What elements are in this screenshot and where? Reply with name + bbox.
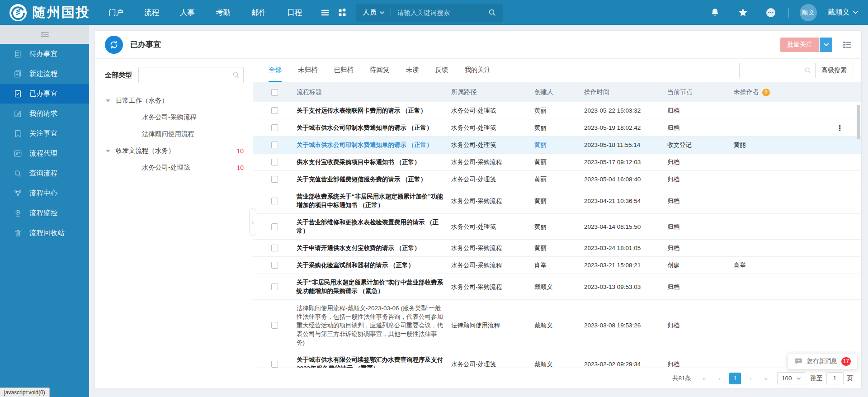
row-time: 2023-04-21 10:36:54 <box>584 197 667 205</box>
table-row[interactable]: 关于支付远传水表物联网卡费用的请示 （正常）水务公司-处理笺黄丽2023-05-… <box>253 102 861 119</box>
type-search-box <box>138 67 244 83</box>
row-checkbox[interactable] <box>271 124 278 131</box>
table-row[interactable]: 关于“非居民用水超定额累计加价”实行中营业部收费系统功能增加的采购请示 （紧急）… <box>253 274 861 300</box>
current-page-button[interactable]: 1 <box>729 373 741 384</box>
tab-feedback[interactable]: 反馈 <box>435 59 448 82</box>
apps-grid-icon[interactable] <box>335 6 349 19</box>
row-checkbox[interactable] <box>271 107 278 114</box>
chevron-down-icon <box>797 377 801 380</box>
batch-follow-button[interactable]: 批量关注 <box>780 38 819 52</box>
sidebar-item-delegate[interactable]: 流程代理 <box>0 143 89 163</box>
sidebar-item-recycle[interactable]: 流程回收站 <box>0 223 89 243</box>
sidebar-item-todo[interactable]: 待办事宜 <box>0 44 89 64</box>
row-checkbox[interactable] <box>271 159 278 165</box>
table-row[interactable]: 关于采购化验室试剂和器材的请示 （正常）水务公司-采购流程肖举2023-03-2… <box>253 257 861 274</box>
tree-node[interactable]: 水务公司-采购流程 <box>105 109 244 126</box>
caret-down-icon[interactable] <box>106 150 110 152</box>
message-toast[interactable]: 您有新消息 17 <box>788 353 858 369</box>
brand[interactable]: 随州国投 <box>9 4 90 22</box>
row-checkbox[interactable] <box>271 262 278 269</box>
row-checkbox[interactable] <box>271 284 278 290</box>
prev-page-button[interactable]: ‹ <box>714 373 726 384</box>
row-checkbox[interactable] <box>271 142 278 148</box>
row-title: 关于申请开通供水支付宝收费的请示 （正常） <box>297 244 451 252</box>
table-scrollbar-thumb[interactable] <box>857 105 860 139</box>
top-nav-item[interactable]: 日程 <box>287 8 302 18</box>
list-panel: 全部未归档已归档待回复未读反馈我的关注 高级搜索 流 <box>253 59 861 388</box>
table-row[interactable]: 供水支付宝收费采购项目中标通知书 （正常）水务公司-采购流程黄丽2023-05-… <box>253 154 861 171</box>
row-more-icon[interactable]: ⋮ <box>836 123 844 132</box>
row-node: 归档 <box>667 123 734 132</box>
row-time: 2023-03-08 19:53:26 <box>584 321 667 330</box>
last-page-button[interactable]: » <box>760 373 772 384</box>
tree-panel-collapse-handle[interactable]: ‹ <box>249 208 256 236</box>
first-page-button[interactable]: « <box>698 373 710 384</box>
row-node: 归档 <box>667 222 734 231</box>
advanced-search-button[interactable]: 高级搜索 <box>815 63 853 78</box>
row-creator: 肖举 <box>534 261 584 269</box>
row-checkbox[interactable] <box>271 223 278 230</box>
sidebar-item-my-requests[interactable]: 我的请求 <box>0 104 89 123</box>
tab-my-follow[interactable]: 我的关注 <box>465 59 491 82</box>
select-all-checkbox[interactable] <box>271 89 278 96</box>
table-row[interactable]: 关于城市供水公司印制水费通知单的请示 （正常）水务公司-处理笺黄丽2023-05… <box>253 119 861 137</box>
sidebar-collapse-toggle[interactable] <box>0 25 89 44</box>
sidebar-item-search-flow[interactable]: 查询流程 <box>0 163 89 183</box>
next-page-button[interactable]: › <box>745 373 756 384</box>
row-checkbox[interactable] <box>271 198 278 204</box>
tree-node-label: 收发文流程（水务） <box>116 147 175 155</box>
tree-node[interactable]: 收发文流程（水务）10 <box>105 142 244 159</box>
avatar[interactable]: 顺义 <box>800 4 817 21</box>
row-time: 2023-05-18 11:55:14 <box>584 141 667 149</box>
table-row[interactable]: 关于营业部维修和更换水表检验装置费用的请示 （正常）水务公司-处理笺黄丽2023… <box>253 214 861 240</box>
table-row[interactable]: 法律顾问使用流程-戴顺义-2023-03-06 (服务类型:一般性法律事务，包括… <box>253 300 861 351</box>
row-checkbox[interactable] <box>271 322 278 329</box>
page-size-select[interactable]: 100 <box>777 372 805 384</box>
table-row[interactable]: 营业部收费系统关于“非居民用水超定额累计加价”功能增加的项目中标通知书 （正常）… <box>253 188 861 214</box>
batch-follow-dropdown[interactable] <box>820 38 832 52</box>
chevron-down-icon <box>853 11 858 14</box>
top-nav-item[interactable]: 考勤 <box>216 8 231 18</box>
sidebar-item-label: 新建流程 <box>29 69 57 79</box>
tree-node[interactable]: 法律顾问使用流程 <box>105 126 244 142</box>
tab-archived[interactable]: 已归档 <box>334 59 354 82</box>
top-nav-item[interactable]: 门户 <box>108 8 123 18</box>
sidebar-item-followed[interactable]: 关注事宜 <box>0 123 89 143</box>
jump-page-input[interactable] <box>826 372 844 384</box>
tab-unread[interactable]: 未读 <box>406 59 419 82</box>
sidebar-item-done[interactable]: 已办事宜 <box>0 84 89 104</box>
bell-icon[interactable] <box>708 6 722 19</box>
type-search-input[interactable] <box>138 67 244 83</box>
row-path: 水务公司-处理笺 <box>451 141 534 149</box>
sidebar-item-new-flow[interactable]: 新建流程 <box>0 64 89 84</box>
top-nav-item[interactable]: 邮件 <box>251 8 266 18</box>
row-check-cell <box>253 262 297 269</box>
tree-node[interactable]: 水务公司-处理笺10 <box>105 159 244 176</box>
top-nav-item[interactable]: 人事 <box>180 8 195 18</box>
table-row[interactable]: 关于城市供水有限公司续签鄂汇办水费查询程序及支付2023年服务费的请示 （重要）… <box>253 351 861 368</box>
table-row[interactable]: 关于城市供水公司印制水费通知单的请示 （正常）水务公司-处理笺黄丽2023-05… <box>253 137 861 154</box>
user-menu[interactable]: 戴顺义 <box>828 8 858 17</box>
global-search-input[interactable] <box>397 9 488 16</box>
top-nav-item[interactable]: 流程 <box>144 8 159 18</box>
table-row[interactable]: 关于申请开通供水支付宝收费的请示 （正常）水务公司-采购流程黄丽2023-03-… <box>253 240 861 257</box>
row-title: 关于城市供水公司印制水费通知单的请示 （正常） <box>297 141 451 149</box>
help-icon[interactable]: ? <box>762 89 770 96</box>
row-checkbox[interactable] <box>271 245 278 251</box>
hamburger-menu-icon[interactable] <box>318 6 332 19</box>
row-checkbox[interactable] <box>271 361 278 368</box>
star-icon[interactable] <box>736 6 750 19</box>
sidebar-item-flow-monitor[interactable]: 流程监控 <box>0 203 89 223</box>
list-view-icon[interactable] <box>842 40 852 50</box>
search-category-dropdown[interactable]: 人员 <box>363 8 384 17</box>
sidebar-item-flow-center[interactable]: 流程中心 <box>0 183 89 203</box>
tab-pending-reply[interactable]: 待回复 <box>370 59 390 82</box>
more-options-icon[interactable] <box>764 6 778 19</box>
tab-unarchived[interactable]: 未归档 <box>298 59 318 82</box>
row-title: 关于城市供水公司印制水费通知单的请示 （正常） <box>297 123 451 132</box>
table-row[interactable]: 关于充值营业部催费短信服务费的请示 （正常）水务公司-处理笺黄丽2023-05-… <box>253 171 861 188</box>
tree-node[interactable]: 日常工作（水务） <box>105 92 244 109</box>
row-checkbox[interactable] <box>271 176 278 183</box>
caret-down-icon[interactable] <box>106 99 110 102</box>
tab-all[interactable]: 全部 <box>269 59 282 82</box>
